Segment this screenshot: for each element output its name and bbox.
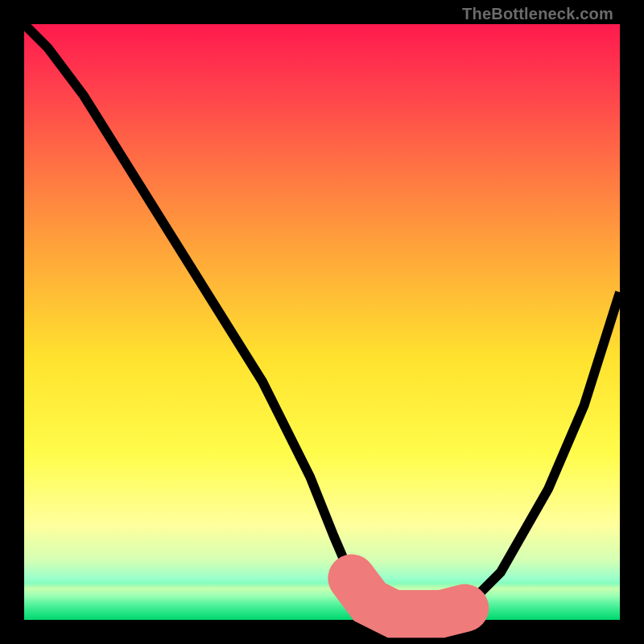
flat-region-dot [436,609,446,619]
flat-region-line [352,578,465,613]
flat-region-dot [412,609,423,619]
watermark-text: TheBottleneck.com [462,5,613,23]
chart-svg [24,24,620,620]
flat-region-dot [365,597,375,607]
chart-frame: TheBottleneck.com [0,0,644,644]
flat-region-dot [346,573,357,584]
flat-region-dot [388,609,398,619]
bottleneck-curve-line [24,24,620,614]
flat-region-dot [460,603,470,613]
